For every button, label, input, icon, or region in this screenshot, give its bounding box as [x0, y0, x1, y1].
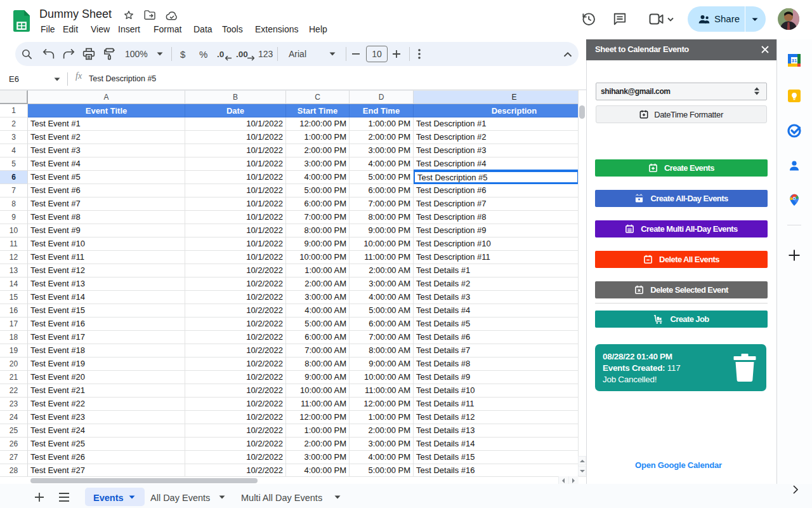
svg-text:31: 31	[792, 58, 797, 64]
